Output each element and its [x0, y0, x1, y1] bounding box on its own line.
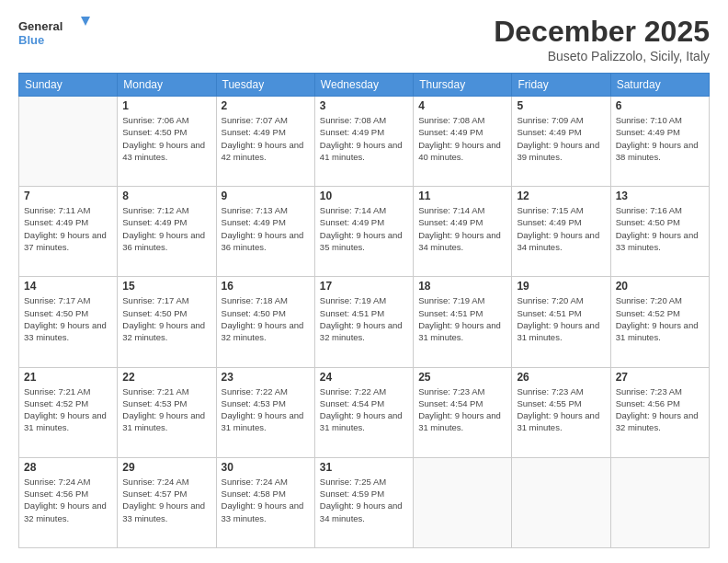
day-number: 21	[24, 371, 112, 384]
svg-text:General: General	[18, 19, 63, 33]
month-title: December 2025	[494, 15, 710, 49]
day-cell-3-5: 26 Sunrise: 7:23 AMSunset: 4:55 PMDaylig…	[512, 367, 610, 457]
day-cell-2-6: 20 Sunrise: 7:20 AMSunset: 4:52 PMDaylig…	[610, 277, 709, 367]
week-row-2: 7 Sunrise: 7:11 AMSunset: 4:49 PMDayligh…	[19, 187, 710, 277]
day-cell-4-3: 31 Sunrise: 7:25 AMSunset: 4:59 PMDaylig…	[314, 457, 413, 547]
day-cell-4-1: 29 Sunrise: 7:24 AMSunset: 4:57 PMDaylig…	[118, 457, 216, 547]
day-number: 29	[122, 461, 210, 474]
page: General Blue December 2025 Buseto Palizz…	[0, 0, 728, 563]
day-info: Sunrise: 7:11 AMSunset: 4:49 PMDaylight:…	[24, 204, 112, 253]
day-cell-1-0: 7 Sunrise: 7:11 AMSunset: 4:49 PMDayligh…	[19, 187, 118, 277]
day-info: Sunrise: 7:24 AMSunset: 4:57 PMDaylight:…	[122, 476, 210, 524]
day-number: 26	[517, 371, 605, 384]
week-row-4: 21 Sunrise: 7:21 AMSunset: 4:52 PMDaylig…	[19, 367, 710, 457]
day-cell-4-2: 30 Sunrise: 7:24 AMSunset: 4:58 PMDaylig…	[216, 457, 314, 547]
col-wednesday: Wednesday	[314, 74, 413, 97]
day-cell-1-2: 9 Sunrise: 7:13 AMSunset: 4:49 PMDayligh…	[216, 187, 314, 277]
day-number: 25	[418, 371, 506, 384]
day-info: Sunrise: 7:24 AMSunset: 4:56 PMDaylight:…	[24, 476, 112, 524]
day-info: Sunrise: 7:09 AMSunset: 4:49 PMDaylight:…	[517, 114, 605, 163]
day-number: 5	[517, 99, 605, 112]
day-info: Sunrise: 7:08 AMSunset: 4:49 PMDaylight:…	[418, 114, 506, 163]
week-row-1: 1 Sunrise: 7:06 AMSunset: 4:50 PMDayligh…	[19, 97, 710, 187]
day-cell-0-4: 4 Sunrise: 7:08 AMSunset: 4:49 PMDayligh…	[414, 97, 512, 187]
day-info: Sunrise: 7:10 AMSunset: 4:49 PMDaylight:…	[616, 114, 704, 163]
day-info: Sunrise: 7:21 AMSunset: 4:52 PMDaylight:…	[24, 385, 112, 434]
day-cell-2-2: 16 Sunrise: 7:18 AMSunset: 4:50 PMDaylig…	[216, 277, 314, 367]
day-cell-1-5: 12 Sunrise: 7:15 AMSunset: 4:49 PMDaylig…	[512, 187, 610, 277]
header: General Blue December 2025 Buseto Palizz…	[18, 15, 710, 63]
day-cell-3-6: 27 Sunrise: 7:23 AMSunset: 4:56 PMDaylig…	[610, 367, 709, 457]
col-sunday: Sunday	[19, 74, 118, 97]
day-info: Sunrise: 7:19 AMSunset: 4:51 PMDaylight:…	[320, 294, 408, 343]
day-number: 22	[122, 371, 210, 384]
day-number: 15	[122, 280, 210, 293]
logo: General Blue	[18, 15, 97, 48]
day-cell-4-6	[610, 457, 709, 547]
day-cell-2-5: 19 Sunrise: 7:20 AMSunset: 4:51 PMDaylig…	[512, 277, 610, 367]
day-number: 9	[222, 190, 310, 202]
day-cell-2-4: 18 Sunrise: 7:19 AMSunset: 4:51 PMDaylig…	[414, 277, 512, 367]
calendar-header-row: Sunday Monday Tuesday Wednesday Thursday…	[19, 74, 710, 97]
svg-marker-2	[81, 17, 90, 26]
day-cell-0-5: 5 Sunrise: 7:09 AMSunset: 4:49 PMDayligh…	[512, 97, 610, 187]
day-number: 13	[616, 190, 704, 202]
day-info: Sunrise: 7:13 AMSunset: 4:49 PMDaylight:…	[222, 204, 310, 253]
day-cell-4-0: 28 Sunrise: 7:24 AMSunset: 4:56 PMDaylig…	[19, 457, 118, 547]
day-cell-2-0: 14 Sunrise: 7:17 AMSunset: 4:50 PMDaylig…	[19, 277, 118, 367]
week-row-5: 28 Sunrise: 7:24 AMSunset: 4:56 PMDaylig…	[19, 457, 710, 547]
day-info: Sunrise: 7:21 AMSunset: 4:53 PMDaylight:…	[122, 385, 210, 434]
day-number: 14	[24, 280, 112, 293]
day-info: Sunrise: 7:17 AMSunset: 4:50 PMDaylight:…	[122, 294, 210, 343]
day-info: Sunrise: 7:20 AMSunset: 4:52 PMDaylight:…	[616, 294, 704, 343]
day-cell-3-1: 22 Sunrise: 7:21 AMSunset: 4:53 PMDaylig…	[118, 367, 216, 457]
day-info: Sunrise: 7:25 AMSunset: 4:59 PMDaylight:…	[320, 476, 408, 524]
day-number: 6	[616, 99, 704, 112]
col-friday: Friday	[512, 74, 610, 97]
week-row-3: 14 Sunrise: 7:17 AMSunset: 4:50 PMDaylig…	[19, 277, 710, 367]
day-cell-2-3: 17 Sunrise: 7:19 AMSunset: 4:51 PMDaylig…	[314, 277, 413, 367]
day-info: Sunrise: 7:16 AMSunset: 4:50 PMDaylight:…	[616, 204, 704, 253]
day-info: Sunrise: 7:15 AMSunset: 4:49 PMDaylight:…	[517, 204, 605, 253]
calendar-body: 1 Sunrise: 7:06 AMSunset: 4:50 PMDayligh…	[19, 97, 710, 548]
day-info: Sunrise: 7:18 AMSunset: 4:50 PMDaylight:…	[222, 294, 310, 343]
day-cell-3-4: 25 Sunrise: 7:23 AMSunset: 4:54 PMDaylig…	[414, 367, 512, 457]
day-cell-1-1: 8 Sunrise: 7:12 AMSunset: 4:49 PMDayligh…	[118, 187, 216, 277]
day-cell-0-2: 2 Sunrise: 7:07 AMSunset: 4:49 PMDayligh…	[216, 97, 314, 187]
day-number: 11	[418, 190, 506, 202]
day-number: 30	[222, 461, 310, 474]
day-cell-1-3: 10 Sunrise: 7:14 AMSunset: 4:49 PMDaylig…	[314, 187, 413, 277]
col-tuesday: Tuesday	[216, 74, 314, 97]
day-number: 7	[24, 190, 112, 202]
day-info: Sunrise: 7:07 AMSunset: 4:49 PMDaylight:…	[222, 114, 310, 163]
day-number: 3	[320, 99, 408, 112]
day-cell-0-3: 3 Sunrise: 7:08 AMSunset: 4:49 PMDayligh…	[314, 97, 413, 187]
day-cell-4-5	[512, 457, 610, 547]
day-number: 27	[616, 371, 704, 384]
day-cell-3-0: 21 Sunrise: 7:21 AMSunset: 4:52 PMDaylig…	[19, 367, 118, 457]
day-number: 2	[222, 99, 310, 112]
day-cell-4-4	[414, 457, 512, 547]
day-number: 28	[24, 461, 112, 474]
day-info: Sunrise: 7:20 AMSunset: 4:51 PMDaylight:…	[517, 294, 605, 343]
col-saturday: Saturday	[610, 74, 709, 97]
day-number: 12	[517, 190, 605, 202]
day-info: Sunrise: 7:06 AMSunset: 4:50 PMDaylight:…	[122, 114, 210, 163]
svg-text:Blue: Blue	[18, 33, 44, 47]
day-number: 31	[320, 461, 408, 474]
day-number: 23	[222, 371, 310, 384]
day-number: 19	[517, 280, 605, 293]
location: Buseto Palizzolo, Sicily, Italy	[494, 49, 710, 63]
day-cell-3-2: 23 Sunrise: 7:22 AMSunset: 4:53 PMDaylig…	[216, 367, 314, 457]
calendar-table: Sunday Monday Tuesday Wednesday Thursday…	[18, 73, 710, 548]
day-info: Sunrise: 7:22 AMSunset: 4:54 PMDaylight:…	[320, 385, 408, 434]
day-info: Sunrise: 7:19 AMSunset: 4:51 PMDaylight:…	[418, 294, 506, 343]
day-cell-2-1: 15 Sunrise: 7:17 AMSunset: 4:50 PMDaylig…	[118, 277, 216, 367]
day-info: Sunrise: 7:08 AMSunset: 4:49 PMDaylight:…	[320, 114, 408, 163]
title-block: December 2025 Buseto Palizzolo, Sicily, …	[494, 15, 710, 63]
day-cell-0-0	[19, 97, 118, 187]
day-number: 10	[320, 190, 408, 202]
day-number: 17	[320, 280, 408, 293]
day-info: Sunrise: 7:22 AMSunset: 4:53 PMDaylight:…	[222, 385, 310, 434]
col-monday: Monday	[118, 74, 216, 97]
